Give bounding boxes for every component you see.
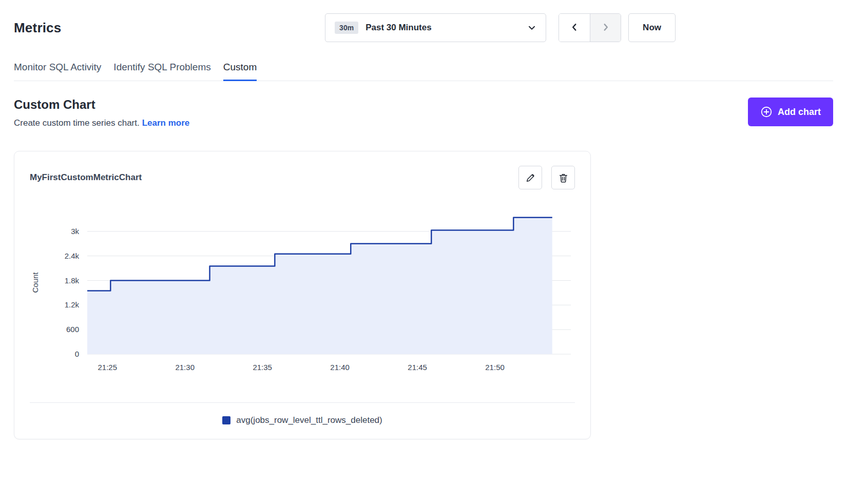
time-range-label: Past 30 Minutes: [365, 23, 432, 33]
time-step-buttons: [559, 13, 621, 42]
trash-icon: [558, 172, 569, 183]
pencil-icon: [525, 172, 536, 183]
tab-identify-sql-problems[interactable]: Identify SQL Problems: [113, 62, 210, 81]
chart-title: MyFirstCustomMetricChart: [30, 172, 142, 183]
time-controls: 30m Past 30 Minutes Now: [325, 13, 676, 42]
svg-text:21:45: 21:45: [408, 363, 427, 372]
svg-text:21:40: 21:40: [330, 363, 350, 372]
metrics-page: Metrics 30m Past 30 Minutes: [0, 0, 847, 439]
svg-text:1.8k: 1.8k: [65, 276, 80, 285]
svg-text:21:35: 21:35: [253, 363, 272, 372]
tab-custom[interactable]: Custom: [223, 62, 257, 81]
chevron-left-icon: [570, 23, 579, 33]
svg-text:21:50: 21:50: [485, 363, 505, 372]
legend-swatch: [222, 416, 230, 424]
add-chart-label: Add chart: [778, 107, 821, 118]
svg-text:2.4k: 2.4k: [65, 251, 80, 260]
custom-chart-section-header: Custom Chart Create custom time series c…: [14, 98, 833, 128]
chart-legend: avg(jobs_row_level_ttl_rows_deleted): [30, 403, 575, 425]
svg-text:Count: Count: [31, 272, 40, 293]
svg-text:3k: 3k: [71, 227, 79, 236]
svg-text:0: 0: [75, 350, 79, 358]
chart-plot-area: 06001.2k1.8k2.4k3k21:2521:3021:3521:4021…: [30, 203, 575, 382]
now-button[interactable]: Now: [628, 13, 676, 42]
custom-chart-card: MyFirstCustomMetricChart 06001.2k1.8k2.4…: [14, 151, 591, 439]
section-heading-block: Custom Chart Create custom time series c…: [14, 98, 189, 128]
chevron-down-icon: [527, 23, 536, 32]
next-time-button[interactable]: [590, 14, 621, 42]
svg-text:21:25: 21:25: [98, 363, 117, 372]
topbar: Metrics 30m Past 30 Minutes: [14, 13, 833, 42]
delete-chart-button[interactable]: [551, 166, 575, 189]
metrics-tabs: Monitor SQL Activity Identify SQL Proble…: [14, 62, 833, 81]
add-chart-button[interactable]: Add chart: [748, 98, 833, 126]
learn-more-link[interactable]: Learn more: [142, 118, 190, 128]
edit-chart-button[interactable]: [518, 166, 542, 189]
svg-text:600: 600: [66, 325, 79, 334]
chart-card-actions: [518, 166, 575, 189]
custom-metric-chart: 06001.2k1.8k2.4k3k21:2521:3021:3521:4021…: [30, 203, 576, 380]
chart-card-header: MyFirstCustomMetricChart: [30, 166, 575, 189]
legend-label: avg(jobs_row_level_ttl_rows_deleted): [236, 415, 382, 425]
svg-text:1.2k: 1.2k: [65, 300, 80, 309]
section-subtitle: Create custom time series chart.Learn mo…: [14, 118, 189, 128]
plus-circle-icon: [760, 106, 773, 118]
page-title: Metrics: [14, 20, 61, 36]
time-range-badge: 30m: [335, 22, 358, 34]
svg-text:21:30: 21:30: [175, 363, 195, 372]
subtitle-text: Create custom time series chart.: [14, 118, 140, 128]
chevron-right-icon: [601, 23, 610, 33]
prev-time-button[interactable]: [559, 14, 590, 42]
tab-monitor-sql-activity[interactable]: Monitor SQL Activity: [14, 62, 101, 81]
time-range-selector[interactable]: 30m Past 30 Minutes: [325, 13, 546, 42]
section-title: Custom Chart: [14, 98, 189, 112]
